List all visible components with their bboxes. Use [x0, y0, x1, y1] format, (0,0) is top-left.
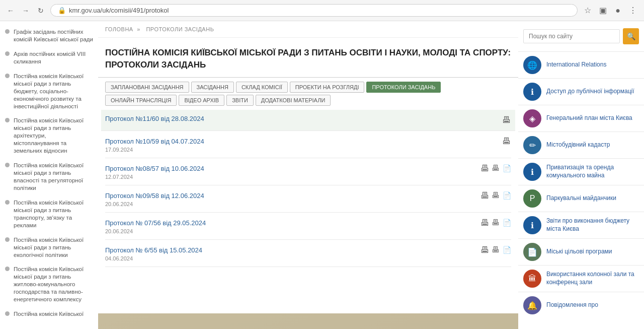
- protocol-title[interactable]: Протокол №10/59 від 04.07.2024: [105, 138, 497, 145]
- nav-item-text: Постійна комісія Київської міської ради …: [14, 236, 93, 259]
- protocol-title[interactable]: Протокол №08/57 від 10.06.2024: [105, 165, 475, 172]
- quick-link-item[interactable]: 🔔 Повідомлення про: [518, 292, 644, 318]
- map-icon: ◈: [529, 114, 535, 123]
- quick-link-label: Приватизація та оренда комунального майн…: [546, 164, 639, 179]
- url-text: kmr.gov.ua/uk/comisii/491/protokol: [69, 7, 169, 14]
- nav-dot: [5, 237, 10, 242]
- print-icon[interactable]: 🖶: [480, 245, 490, 255]
- tab-button[interactable]: ЗАПЛАНОВАНІ ЗАСІДАННЯ: [105, 82, 189, 93]
- protocol-info: Протокол № 07/56 від 29.05.2024 20.06.20…: [105, 218, 475, 234]
- print-icon-secondary[interactable]: 🖶: [492, 164, 500, 173]
- print-icon[interactable]: 🖶: [502, 136, 511, 147]
- nav-dot: [5, 29, 10, 34]
- protocol-item: Протокол № 6/55 від 15.05.2024 04.06.202…: [105, 240, 511, 267]
- nav-item-text: Постійна комісія Київської міської ради …: [14, 117, 93, 155]
- quick-link-icon-info: ℹ: [523, 216, 541, 234]
- nav-item-text: Постійна комісія Київської міської ради …: [14, 73, 93, 110]
- protocol-icons: 🖶: [502, 136, 511, 147]
- protocol-icons: 🖶 🖶 📄: [480, 190, 511, 201]
- center-content: ГОЛОВНА » ПРОТОКОЛИ ЗАСІДАНЬ ПОСТІЙНА КО…: [98, 21, 518, 329]
- tab-button[interactable]: ПРОТОКОЛИ ЗАСІДАНЬ: [366, 82, 441, 93]
- quick-link-label: International Relations: [546, 61, 606, 69]
- quick-link-item[interactable]: ℹ Приватизація та оренда комунального ма…: [518, 158, 644, 185]
- print-icon-secondary[interactable]: 🖶: [492, 191, 500, 200]
- protocol-title[interactable]: Протокол № 6/55 від 15.05.2024: [105, 246, 475, 254]
- protocol-info: Протокол №09/58 від 12.06.2024 20.06.202…: [105, 190, 475, 207]
- quick-link-label: Генеральний план міста Києва: [546, 114, 632, 122]
- protocol-date: 17.09.2024: [105, 147, 497, 153]
- pdf-icon[interactable]: 📄: [503, 246, 511, 254]
- nav-item-text: Постійна комісія Київської міської ради …: [14, 266, 93, 303]
- pdf-icon[interactable]: 📄: [503, 164, 511, 172]
- print-icon[interactable]: 🖶: [480, 190, 490, 201]
- refresh-button[interactable]: ↻: [35, 5, 46, 16]
- protocol-title[interactable]: Протокол №09/58 від 12.06.2024: [105, 192, 475, 200]
- tab-button[interactable]: СКЛАД КОМІСІЇ: [236, 82, 288, 93]
- protocol-item: Протокол №08/57 від 10.06.2024 12.07.202…: [105, 158, 511, 185]
- print-icon[interactable]: 🖶: [480, 218, 490, 228]
- breadcrumb-separator: »: [137, 26, 140, 32]
- protocol-info: Протокол №08/57 від 10.06.2024 12.07.202…: [105, 163, 475, 180]
- pencil-icon: ✏: [529, 141, 536, 150]
- left-nav-item[interactable]: Постійна комісія Київської: [5, 310, 93, 318]
- quick-link-icon-info: ℹ: [523, 83, 541, 101]
- protocol-list: Протокол №11/60 від 28.08.2024 🖶 Протоко…: [98, 108, 518, 269]
- left-nav-item[interactable]: Постійна комісія Київської міської ради …: [5, 199, 93, 229]
- tab-button[interactable]: ВІДЕО АРХІВ: [179, 95, 224, 106]
- bookmark-icon[interactable]: ☆: [582, 5, 594, 17]
- left-nav-item[interactable]: Архів постійних комісій VIII скликання: [5, 50, 93, 65]
- nav-item-text: Постійна комісія Київської: [14, 310, 84, 318]
- info-icon: ℹ: [531, 87, 534, 97]
- left-nav-item[interactable]: Постійна комісія Київської міської ради …: [5, 73, 93, 110]
- right-sidebar: 🔍 🌐 International Relations ℹ Доступ до …: [518, 21, 644, 329]
- forward-button[interactable]: →: [20, 5, 31, 16]
- back-button[interactable]: ←: [5, 5, 16, 16]
- quick-link-item[interactable]: 🏛 Використання колонної зали та конферен…: [518, 265, 644, 292]
- quick-link-item[interactable]: ✏ Містобудівний кадастр: [518, 131, 644, 158]
- address-bar[interactable]: 🔒 kmr.gov.ua/uk/comisii/491/protokol: [50, 4, 578, 17]
- quick-link-item[interactable]: 📄 Міські цільові програми: [518, 238, 644, 265]
- info-icon: ℹ: [531, 167, 534, 177]
- left-nav-item[interactable]: Постійна комісія Київської міської ради …: [5, 266, 93, 303]
- extension-icon[interactable]: ▣: [597, 5, 609, 17]
- print-icon[interactable]: 🖶: [502, 115, 511, 125]
- search-button[interactable]: 🔍: [623, 28, 639, 44]
- quick-link-item[interactable]: 🌐 International Relations: [518, 51, 644, 78]
- quick-link-item[interactable]: P Паркувальні майданчики: [518, 185, 644, 212]
- globe-icon: 🌐: [527, 60, 537, 70]
- browser-action-icons: ☆ ▣ ● ⋮: [582, 5, 639, 17]
- breadcrumb-home[interactable]: ГОЛОВНА: [105, 26, 133, 32]
- profile-icon[interactable]: ●: [612, 5, 624, 17]
- breadcrumb: ГОЛОВНА » ПРОТОКОЛИ ЗАСІДАНЬ: [98, 21, 518, 38]
- print-icon-secondary[interactable]: 🖶: [492, 218, 500, 227]
- left-nav-item[interactable]: Постійна комісія Київської міської ради …: [5, 236, 93, 259]
- protocol-icons: 🖶: [502, 115, 511, 125]
- protocol-date: 20.06.2024: [105, 201, 475, 207]
- left-nav-item[interactable]: Постійна комісія Київської міської ради …: [5, 117, 93, 155]
- search-input[interactable]: [523, 29, 620, 43]
- tab-button[interactable]: ОНЛАЙН ТРАНСЛЯЦІЯ: [105, 95, 177, 106]
- left-nav-item[interactable]: Постійна комісія Київської міської ради …: [5, 162, 93, 192]
- nav-item-text: Постійна комісія Київської міської ради …: [14, 199, 93, 229]
- tab-button[interactable]: ЗВІТИ: [226, 95, 254, 106]
- quick-link-item[interactable]: ◈ Генеральний план міста Києва: [518, 105, 644, 131]
- menu-icon[interactable]: ⋮: [627, 5, 639, 17]
- nav-dot: [5, 74, 10, 78]
- nav-item-text: Графік засідань постійних комісій Київсь…: [14, 28, 93, 43]
- tab-button[interactable]: ЗАСІДАННЯ: [191, 82, 234, 93]
- left-nav-item[interactable]: Графік засідань постійних комісій Київсь…: [5, 28, 93, 43]
- security-icon: 🔒: [58, 7, 66, 14]
- quick-link-item[interactable]: ℹ Доступ до публічної інформації: [518, 78, 644, 105]
- quick-link-item[interactable]: ℹ Звіти про виконання бюджету міста Києв…: [518, 212, 644, 238]
- pdf-icon[interactable]: 📄: [503, 219, 511, 227]
- protocol-title[interactable]: Протокол №11/60 від 28.08.2024: [105, 115, 497, 122]
- tab-button[interactable]: ДОДАТКОВІ МАТЕРІАЛИ: [256, 95, 331, 106]
- protocol-title[interactable]: Протокол № 07/56 від 29.05.2024: [105, 219, 475, 227]
- print-icon-secondary[interactable]: 🖶: [492, 245, 500, 254]
- quick-link-icon-map: ◈: [523, 109, 541, 127]
- pdf-icon[interactable]: 📄: [503, 191, 511, 200]
- nav-dot: [5, 200, 10, 205]
- print-icon[interactable]: 🖶: [480, 163, 490, 174]
- left-navigation: Графік засідань постійних комісій Київсь…: [0, 21, 98, 329]
- tab-button[interactable]: ПРОЕКТИ НА РОЗГЛЯДІ: [290, 82, 365, 93]
